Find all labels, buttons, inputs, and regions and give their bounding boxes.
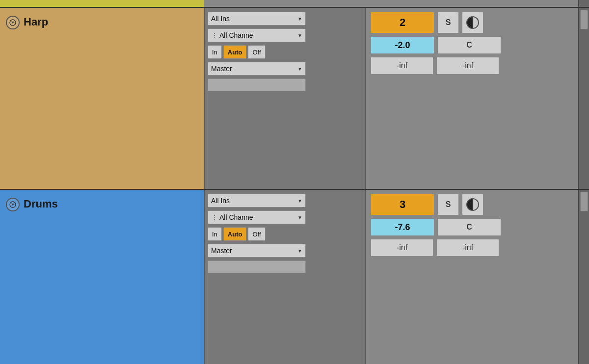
pan-value-drums[interactable]: -7.6 bbox=[371, 218, 434, 236]
track-collapse-icon-harp[interactable] bbox=[6, 16, 20, 29]
empty-bar-row-drums bbox=[208, 260, 362, 273]
btn-c-harp[interactable]: C bbox=[437, 36, 501, 54]
master-row-harp: Master ▼ bbox=[208, 62, 362, 76]
circle-icon-harp bbox=[466, 16, 479, 29]
channel-row-harp: ⋮ All Channe ▼ bbox=[208, 28, 362, 42]
btn-circle-drums[interactable] bbox=[462, 194, 483, 215]
scrollbar-drums[interactable] bbox=[578, 190, 589, 364]
btn-s-harp[interactable]: S bbox=[437, 12, 459, 33]
track-controls-harp: All Ins ▼ ⋮ All Channe ▼ In Auto Off bbox=[204, 8, 366, 189]
master-arrow-drums: ▼ bbox=[297, 248, 302, 254]
channel-dropdown-drums[interactable]: ⋮ All Channe ▼ bbox=[208, 210, 306, 224]
btn-in-drums[interactable]: In bbox=[208, 227, 222, 241]
scrollbar-harp[interactable] bbox=[578, 8, 589, 189]
track-meter-drums: 3 S -7.6 C -inf -inf bbox=[366, 190, 578, 364]
track-label-drums: Drums bbox=[0, 190, 204, 364]
master-row-drums: Master ▼ bbox=[208, 244, 362, 258]
channel-arrow-harp: ▼ bbox=[297, 33, 302, 38]
track-name-drums: Drums bbox=[24, 198, 58, 210]
allin-dropdown-drums[interactable]: All Ins ▼ bbox=[208, 194, 306, 208]
meter-row3-drums: -inf -inf bbox=[371, 239, 573, 257]
svg-marker-3 bbox=[11, 204, 14, 206]
btn-auto-drums[interactable]: Auto bbox=[223, 227, 247, 241]
scrollbar-top bbox=[578, 0, 589, 7]
master-dropdown-harp[interactable]: Master ▼ bbox=[208, 62, 306, 76]
inf-box2-harp: -inf bbox=[436, 57, 499, 75]
track-name-harp: Harp bbox=[24, 16, 48, 28]
master-arrow-harp: ▼ bbox=[297, 66, 302, 72]
btn-off-harp[interactable]: Off bbox=[248, 45, 265, 59]
allin-row-drums: All Ins ▼ bbox=[208, 194, 362, 208]
mode-btn-group-harp: In Auto Off bbox=[208, 45, 266, 59]
track-row-drums: Drums All Ins ▼ ⋮ All Channe ▼ bbox=[0, 189, 589, 364]
meter-row2-harp: -2.0 C bbox=[371, 36, 573, 54]
track-container: Harp All Ins ▼ ⋮ All Channe ▼ bbox=[0, 0, 589, 364]
channel-row-drums: ⋮ All Channe ▼ bbox=[208, 210, 362, 224]
btn-s-drums[interactable]: S bbox=[437, 194, 459, 215]
btn-c-drums[interactable]: C bbox=[437, 218, 501, 236]
inf-box1-harp: -inf bbox=[371, 57, 433, 75]
btn-circle-harp[interactable] bbox=[462, 12, 483, 33]
scrollbar-thumb-drums bbox=[580, 192, 588, 211]
track-number-drums[interactable]: 3 bbox=[371, 194, 434, 215]
allin-dropdown-harp[interactable]: All Ins ▼ bbox=[208, 12, 306, 26]
circle-icon-drums bbox=[466, 198, 479, 211]
empty-bar-harp bbox=[208, 78, 306, 91]
allin-arrow-harp: ▼ bbox=[297, 16, 302, 22]
track-collapse-icon-drums[interactable] bbox=[6, 198, 20, 211]
empty-bar-row-harp bbox=[208, 78, 362, 91]
channel-arrow-drums: ▼ bbox=[297, 215, 302, 220]
meter-row2-drums: -7.6 C bbox=[371, 218, 573, 236]
top-strip-harp bbox=[0, 0, 204, 7]
svg-marker-1 bbox=[11, 22, 14, 24]
track-number-harp[interactable]: 2 bbox=[371, 12, 434, 33]
allin-row-harp: All Ins ▼ bbox=[208, 12, 362, 26]
track-row-harp: Harp All Ins ▼ ⋮ All Channe ▼ bbox=[0, 7, 589, 189]
allin-arrow-drums: ▼ bbox=[297, 198, 302, 204]
master-dropdown-drums[interactable]: Master ▼ bbox=[208, 244, 306, 258]
mode-row-drums: In Auto Off bbox=[208, 227, 362, 241]
dots-icon-drums: ⋮ bbox=[211, 213, 218, 221]
meter-top-row-drums: 3 S bbox=[371, 194, 573, 215]
meter-top-row-harp: 2 S bbox=[371, 12, 573, 33]
top-strip-main bbox=[204, 0, 578, 7]
btn-off-drums[interactable]: Off bbox=[248, 227, 265, 241]
inf-box1-drums: -inf bbox=[371, 239, 433, 257]
track-label-harp: Harp bbox=[0, 8, 204, 189]
dots-icon-harp: ⋮ bbox=[211, 31, 218, 39]
btn-in-harp[interactable]: In bbox=[208, 45, 222, 59]
scrollbar-thumb-harp bbox=[580, 10, 588, 29]
btn-auto-harp[interactable]: Auto bbox=[223, 45, 247, 59]
top-strip-row bbox=[0, 0, 589, 7]
channel-dropdown-harp[interactable]: ⋮ All Channe ▼ bbox=[208, 28, 306, 42]
meter-row3-harp: -inf -inf bbox=[371, 57, 573, 75]
track-controls-drums: All Ins ▼ ⋮ All Channe ▼ In Auto Off bbox=[204, 190, 366, 364]
empty-bar-drums bbox=[208, 260, 306, 273]
inf-box2-drums: -inf bbox=[436, 239, 499, 257]
mode-btn-group-drums: In Auto Off bbox=[208, 227, 266, 241]
pan-value-harp[interactable]: -2.0 bbox=[371, 36, 434, 54]
mode-row-harp: In Auto Off bbox=[208, 45, 362, 59]
track-meter-harp: 2 S -2.0 C -inf -inf bbox=[366, 8, 578, 189]
